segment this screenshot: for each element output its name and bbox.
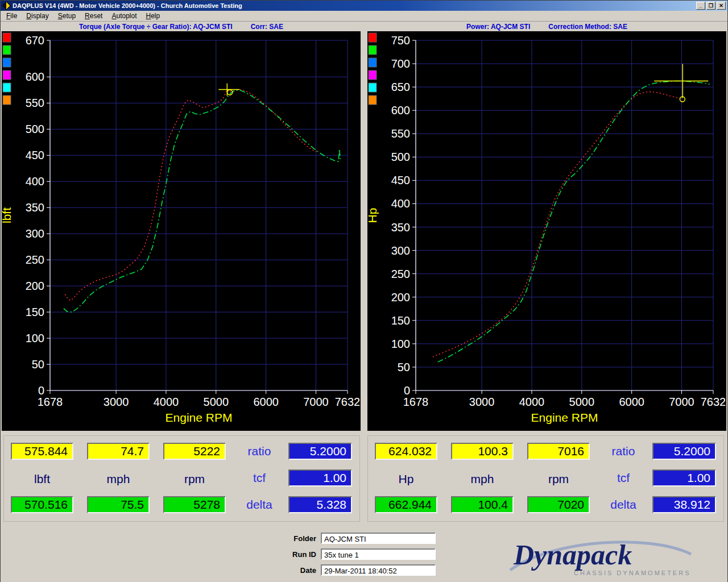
power-tcf-value: 1.00 [652,469,716,487]
svg-text:500: 500 [26,123,44,135]
svg-text:700: 700 [391,57,410,70]
power-cursor2-rpm: 7020 [527,496,590,513]
folder-field[interactable]: AQ-JCM STI [321,533,436,544]
power-chart[interactable]: 0501001502002503003504004505005506006507… [367,31,726,431]
torque-rpm-label: rpm [163,472,226,486]
svg-text:150: 150 [391,314,410,327]
torque-cursor2-rpm: 5278 [163,496,226,513]
torque-correction-label: Corr: SAE [251,23,283,31]
svg-text:7000: 7000 [669,396,694,408]
power-cursor1-value: 624.032 [375,443,437,460]
svg-text:100: 100 [26,332,44,344]
svg-text:0: 0 [38,384,44,397]
bottom-bar: Folder AQ-JCM STI Run ID 35x tune 1 Date… [1,525,727,582]
svg-text:Hp: Hp [367,208,379,223]
date-label: Date [238,566,321,575]
svg-text:150: 150 [26,306,44,318]
torque-tcf-label: tcf [233,471,286,485]
power-mph-label: mph [451,472,514,486]
window-controls: _ ❐ ✕ [696,2,726,10]
power-cursor1-rpm: 7016 [527,443,590,460]
power-unit-label: Hp [375,472,437,486]
dynapack-logo-text: Dynapack [513,539,632,571]
power-delta-value: 38.912 [652,496,716,513]
svg-text:6000: 6000 [253,396,279,408]
svg-text:300: 300 [391,244,410,257]
svg-text:200: 200 [391,291,410,304]
close-button[interactable]: ✕ [717,2,726,10]
torque-delta-value: 5.328 [288,496,352,513]
svg-text:Engine RPM: Engine RPM [531,411,598,424]
menu-display[interactable]: Display [22,11,53,20]
power-delta-label: delta [597,498,650,512]
svg-text:3000: 3000 [104,396,129,408]
svg-text:1678: 1678 [38,396,63,408]
svg-text:0: 0 [404,384,410,397]
power-panel: Power: AQ-JCM STI Correction Method: SAE… [367,22,726,431]
torque-chart[interactable]: 0501001502002503003504004505005506006701… [2,31,361,431]
svg-text:5000: 5000 [569,396,595,408]
minimize-button[interactable]: _ [696,2,705,10]
power-correction-label: Correction Method: SAE [548,23,627,31]
torque-tcf-value: 1.00 [288,469,352,487]
svg-text:1678: 1678 [403,396,429,408]
torque-ratio-value: 5.2000 [288,443,352,460]
torque-cursor1-mph: 74.7 [87,443,150,460]
power-readout-panel: 624.032 100.3 7016 ratio 5.2000 Hp mph r… [367,435,724,522]
app-icon [2,2,10,10]
svg-text:400: 400 [26,175,44,188]
dynapack-logo: Dynapack CHASSIS DYNAMOMETERS [507,531,694,579]
svg-text:600: 600 [391,104,410,117]
restore-button[interactable]: ❐ [706,2,715,10]
svg-text:600: 600 [26,70,44,83]
power-ratio-label: ratio [597,444,650,458]
svg-text:400: 400 [391,197,410,210]
svg-text:450: 450 [26,149,44,161]
torque-chart-title: Torque (Axle Torque ÷ Gear Ratio): AQ-JC… [79,23,233,31]
svg-text:650: 650 [391,81,410,93]
menu-reset[interactable]: Reset [80,11,107,20]
svg-text:50: 50 [398,361,410,373]
torque-cursor2-value: 570.516 [11,496,73,513]
title-bar: DAQPLUS V14 (4WD - Motor Vehicle 2000+40… [1,1,727,11]
svg-text:450: 450 [391,174,410,186]
svg-text:350: 350 [26,201,44,214]
menu-autoplot[interactable]: Autoplot [107,11,141,20]
menu-setup[interactable]: Setup [53,11,80,20]
window-title: DAQPLUS V14 (4WD - Motor Vehicle 2000+40… [13,2,242,9]
power-cursor2-value: 662.944 [375,496,437,513]
torque-unit-label: lbft [11,472,73,486]
svg-text:300: 300 [26,227,44,240]
torque-cursor2-mph: 75.5 [87,496,150,513]
run-info-fields: Folder AQ-JCM STI Run ID 35x tune 1 Date… [238,533,436,576]
svg-text:6000: 6000 [619,396,644,408]
svg-text:7632: 7632 [335,396,361,408]
power-chart-title: Power: AQ-JCM STI [466,23,530,31]
run-id-label: Run ID [238,550,321,559]
svg-text:550: 550 [391,127,410,140]
svg-text:3000: 3000 [469,396,495,408]
svg-text:670: 670 [26,34,44,47]
readouts-area: 575.844 74.7 5222 ratio 5.2000 lbft mph … [1,431,727,525]
svg-text:4000: 4000 [519,396,545,408]
svg-text:7632: 7632 [701,396,726,408]
svg-text:250: 250 [391,268,410,280]
date-row: Date 29-Mar-2011 18:40:52 [238,564,436,576]
run-id-field[interactable]: 35x tune 1 [321,548,436,560]
dynapack-logo-subtext: CHASSIS DYNAMOMETERS [574,569,690,576]
power-cursor1-mph: 100.3 [451,443,514,460]
power-ratio-value: 5.2000 [652,443,716,460]
menu-help[interactable]: Help [142,11,165,20]
app-window: DAQPLUS V14 (4WD - Motor Vehicle 2000+40… [0,0,728,582]
power-chart-header: Power: AQ-JCM STI Correction Method: SAE [367,22,726,31]
power-rpm-label: rpm [527,472,590,486]
svg-text:lbft: lbft [2,207,13,223]
menu-file[interactable]: File [2,11,22,20]
torque-panel: Torque (Axle Torque ÷ Gear Ratio): AQ-JC… [2,22,361,431]
power-cursor2-mph: 100.4 [451,496,514,513]
svg-text:250: 250 [26,253,44,266]
date-field[interactable]: 29-Mar-2011 18:40:52 [321,564,436,576]
folder-row: Folder AQ-JCM STI [238,533,436,544]
torque-chart-header: Torque (Axle Torque ÷ Gear Ratio): AQ-JC… [2,22,361,31]
svg-text:5000: 5000 [204,396,229,408]
